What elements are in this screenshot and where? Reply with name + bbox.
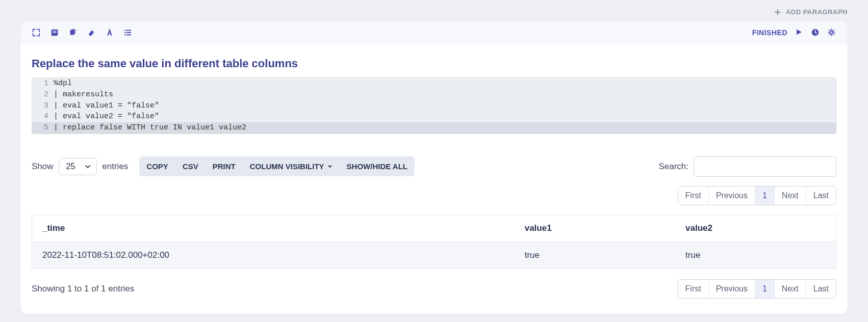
col-value2[interactable]: value2 bbox=[675, 214, 836, 242]
copy-icon[interactable] bbox=[68, 28, 78, 37]
search-input[interactable] bbox=[694, 156, 836, 177]
page-prev[interactable]: Previous bbox=[708, 280, 755, 298]
print-button[interactable]: PRINT bbox=[206, 156, 243, 176]
show-hide-all-button[interactable]: SHOW/HIDE ALL bbox=[340, 156, 415, 176]
col-time[interactable]: _time bbox=[32, 214, 515, 242]
code-line: | eval value2 = "false" bbox=[53, 111, 159, 122]
csv-button[interactable]: CSV bbox=[175, 156, 206, 176]
cell-time: 2022-11-10T08:51:02.000+02:00 bbox=[32, 242, 515, 269]
code-line: | eval value1 = "false" bbox=[53, 100, 159, 112]
add-paragraph-label: ADD PARAGRAPH bbox=[786, 8, 848, 16]
clock-icon[interactable] bbox=[811, 28, 820, 37]
page-next[interactable]: Next bbox=[774, 280, 806, 298]
cell-value1: true bbox=[515, 242, 675, 269]
svg-rect-4 bbox=[71, 29, 75, 34]
page-prev[interactable]: Previous bbox=[708, 186, 755, 205]
svg-point-9 bbox=[830, 31, 833, 34]
copy-button[interactable]: COPY bbox=[139, 156, 175, 176]
results-table: _time value1 value2 2022-11-10T08:51:02.… bbox=[32, 214, 836, 269]
code-line: | replace false WITH true IN value1 valu… bbox=[53, 122, 246, 133]
table-header-row: _time value1 value2 bbox=[32, 214, 836, 242]
card-toolbar: FINISHED bbox=[20, 21, 848, 45]
font-icon[interactable] bbox=[105, 28, 114, 37]
cell-value2: true bbox=[675, 242, 836, 269]
page-last[interactable]: Last bbox=[806, 280, 836, 298]
page-last[interactable]: Last bbox=[806, 186, 836, 205]
code-editor[interactable]: 1%dpl 2| makeresults 3| eval value1 = "f… bbox=[32, 77, 836, 134]
svg-rect-2 bbox=[53, 32, 56, 33]
svg-point-5 bbox=[124, 30, 125, 31]
run-icon[interactable] bbox=[795, 28, 804, 37]
gear-icon[interactable] bbox=[827, 28, 836, 37]
page-number[interactable]: 1 bbox=[755, 186, 774, 205]
paragraph-card: FINISHED Replace the same value in diffe… bbox=[20, 21, 848, 314]
plus-icon bbox=[775, 9, 781, 15]
table-row: 2022-11-10T08:51:02.000+02:00 true true bbox=[32, 242, 836, 269]
page-first[interactable]: First bbox=[678, 280, 708, 298]
col-value1[interactable]: value1 bbox=[515, 214, 675, 242]
page-first[interactable]: First bbox=[678, 186, 708, 205]
show-label: Show bbox=[32, 162, 54, 172]
page-size-select[interactable]: 25 bbox=[59, 158, 97, 175]
pagination-top: First Previous 1 Next Last bbox=[678, 186, 836, 205]
entries-label: entries bbox=[102, 162, 128, 172]
book-icon[interactable] bbox=[50, 28, 59, 37]
search-label: Search: bbox=[658, 162, 688, 172]
export-button-group: COPY CSV PRINT COLUMN VISIBILITY SHOW/HI… bbox=[139, 156, 415, 176]
caret-down-icon bbox=[327, 164, 333, 169]
add-paragraph-button[interactable]: ADD PARAGRAPH bbox=[20, 6, 848, 21]
page-next[interactable]: Next bbox=[774, 186, 806, 205]
svg-point-6 bbox=[124, 32, 125, 33]
chevron-down-icon bbox=[84, 163, 91, 170]
table-info: Showing 1 to 1 of 1 entries bbox=[32, 284, 134, 294]
expand-icon[interactable] bbox=[32, 28, 41, 37]
paragraph-status: FINISHED bbox=[752, 29, 787, 37]
page-number[interactable]: 1 bbox=[755, 280, 774, 298]
page-size-value: 25 bbox=[66, 162, 75, 171]
list-icon[interactable] bbox=[123, 28, 133, 37]
svg-rect-1 bbox=[53, 31, 56, 31]
column-visibility-button[interactable]: COLUMN VISIBILITY bbox=[243, 156, 340, 176]
svg-point-7 bbox=[124, 34, 125, 35]
eraser-icon[interactable] bbox=[87, 28, 96, 37]
code-line: | makeresults bbox=[53, 89, 113, 100]
cell-title: Replace the same value in different tabl… bbox=[32, 57, 836, 70]
pagination-bottom: First Previous 1 Next Last bbox=[678, 279, 836, 299]
code-line: %dpl bbox=[53, 78, 72, 89]
